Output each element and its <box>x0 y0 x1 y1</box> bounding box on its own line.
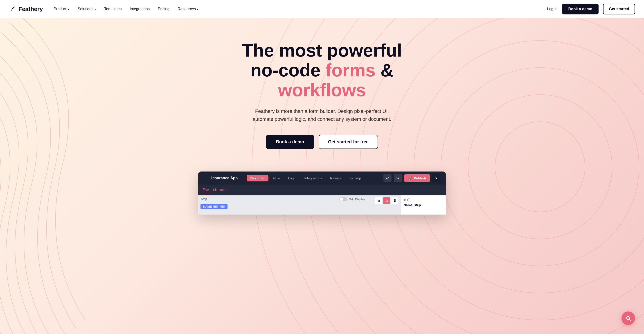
feathery-logo-icon <box>9 6 16 13</box>
publish-button[interactable]: 🚀 Publish <box>404 174 430 182</box>
get-started-button-nav[interactable]: Get started <box>603 4 635 15</box>
hero-title-line1: The most powerful <box>242 40 402 60</box>
publish-label: Publish <box>414 176 426 180</box>
hero-cta: Book a demo Get started for free <box>218 135 426 149</box>
hero-content: The most powerful no-code forms & workfl… <box>210 18 434 162</box>
tab-flow[interactable]: Flow <box>269 175 284 182</box>
nav-resources[interactable]: Resources <box>178 7 198 11</box>
search-fab-button[interactable] <box>622 311 635 325</box>
book-demo-button-hero[interactable]: Book a demo <box>266 135 314 149</box>
hero-title-workflows: workflows <box>278 80 366 100</box>
hero-title-forms: forms <box>326 60 376 80</box>
tab-results[interactable]: Results <box>326 175 345 182</box>
logo-text: Feathery <box>18 6 43 13</box>
app-canvas: Step 🖥 ⊟ 📱 Grid Display NAME fill fill <box>198 195 401 215</box>
mobile-icon[interactable]: 📱 <box>391 197 398 204</box>
app-preview: ← Insurance App Designer Flow Logic Inte… <box>198 172 446 215</box>
right-panel-step-name: Name Step <box>404 203 443 207</box>
hero-section: The most powerful no-code forms & workfl… <box>0 18 644 334</box>
toolbar-elements-tab[interactable]: Elements <box>213 188 226 192</box>
undo-button[interactable]: ↩ <box>384 174 392 182</box>
nav-pricing[interactable]: Pricing <box>158 7 170 11</box>
hero-title: The most powerful no-code forms & workfl… <box>218 41 426 100</box>
nav-product[interactable]: Product <box>54 7 70 11</box>
hero-subtitle: Feathery is more than a form builder. De… <box>246 107 398 123</box>
app-bar-actions: ↩ ↪ 🚀 Publish ▾ <box>384 174 440 182</box>
right-panel-id-label: ID ⓘ <box>404 198 443 202</box>
tab-settings[interactable]: Settings <box>346 175 365 182</box>
nav-actions: Log in Book a demo Get started <box>547 4 635 15</box>
svg-point-2 <box>441 68 639 266</box>
tab-integrations[interactable]: Integrations <box>300 175 326 182</box>
canvas-icons: 🖥 ⊟ 📱 <box>375 197 398 204</box>
rocket-icon: 🚀 <box>408 176 412 180</box>
app-title: Insurance App <box>211 176 238 180</box>
tablet-icon[interactable]: ⊟ <box>383 197 390 204</box>
app-right-panel: ID ⓘ Name Step <box>401 195 446 215</box>
tab-logic[interactable]: Logic <box>284 175 300 182</box>
get-started-free-button[interactable]: Get started for free <box>318 135 378 149</box>
fill-tag-2: fill <box>220 205 225 208</box>
publish-dropdown-button[interactable]: ▾ <box>432 174 440 182</box>
navbar: Feathery Product Solutions Templates Int… <box>0 0 644 18</box>
chevron-down-icon <box>68 9 70 10</box>
redo-button[interactable]: ↪ <box>394 174 402 182</box>
app-body: Step 🖥 ⊟ 📱 Grid Display NAME fill fill <box>198 195 446 215</box>
grid-toggle[interactable] <box>339 197 348 201</box>
hero-title-line2: no-code forms & workflows <box>250 60 394 100</box>
nav-integrations[interactable]: Integrations <box>130 7 150 11</box>
nav-links: Product Solutions Templates Integrations… <box>54 7 547 11</box>
search-icon <box>626 315 631 321</box>
chevron-down-icon <box>94 9 96 10</box>
toolbar-flow-tab[interactable]: Flow <box>203 188 210 192</box>
app-toolbar: Flow Elements <box>198 185 446 195</box>
svg-point-0 <box>495 122 585 212</box>
canvas-name-element[interactable]: NAME fill fill <box>200 204 228 209</box>
back-button[interactable]: ← <box>204 176 208 181</box>
logo-link[interactable]: Feathery <box>9 6 43 13</box>
nav-templates[interactable]: Templates <box>104 7 122 11</box>
login-button[interactable]: Log in <box>547 7 557 11</box>
step-label: Step <box>201 197 207 201</box>
chevron-down-icon <box>197 9 198 10</box>
hero-title-and: & <box>376 60 394 80</box>
nav-solutions[interactable]: Solutions <box>78 7 96 11</box>
grid-display-label: Grid Display <box>349 198 365 201</box>
svg-line-11 <box>629 319 631 321</box>
app-bar: ← Insurance App Designer Flow Logic Inte… <box>198 172 446 185</box>
tab-designer[interactable]: Designer <box>246 175 268 182</box>
grid-display: Grid Display <box>339 197 365 201</box>
book-demo-button-nav[interactable]: Book a demo <box>562 4 599 15</box>
fill-tag-1: fill <box>213 205 218 208</box>
svg-point-3 <box>414 41 644 293</box>
svg-point-1 <box>468 95 612 239</box>
hero-title-nocode: no-code <box>250 60 326 80</box>
app-bar-tabs: Designer Flow Logic Integrations Results… <box>246 175 380 182</box>
desktop-icon[interactable]: 🖥 <box>375 197 382 204</box>
